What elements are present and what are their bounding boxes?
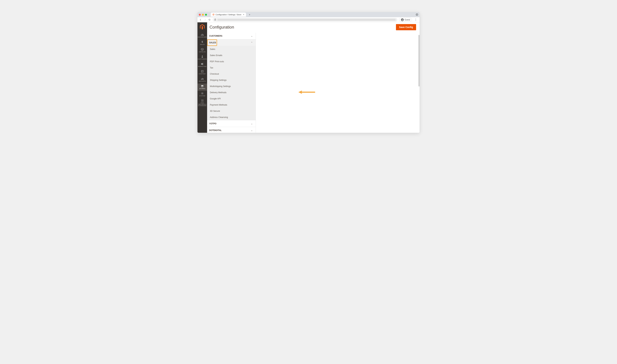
browser-tabbar: Configuration / Settings / Store × + ▾ bbox=[197, 12, 420, 17]
nav-label: CUSTOMERS bbox=[198, 58, 207, 60]
page-header: Configuration Save Config bbox=[207, 22, 420, 33]
gauge-icon bbox=[201, 33, 204, 36]
puzzle-icon bbox=[201, 99, 204, 102]
box-icon bbox=[201, 48, 204, 51]
section-sales-items: Sales Sales Emails PDF Print-outs Tax Ch… bbox=[207, 46, 256, 120]
nav-label: CONTENT bbox=[199, 73, 206, 75]
nav-marketing[interactable]: MARKETING bbox=[197, 61, 207, 69]
save-config-button[interactable]: Save Config bbox=[396, 24, 416, 30]
svg-point-10 bbox=[202, 93, 203, 94]
nav-dashboard[interactable]: DASHBOARD bbox=[197, 32, 207, 39]
svg-rect-6 bbox=[201, 79, 202, 80]
maximize-window-button[interactable] bbox=[205, 14, 207, 16]
bar-chart-icon bbox=[201, 77, 204, 80]
person-icon bbox=[201, 55, 203, 58]
annotation-arrow bbox=[298, 90, 315, 95]
browser-tab[interactable]: Configuration / Settings / Store × bbox=[211, 13, 246, 17]
gear-icon bbox=[201, 92, 204, 95]
window-controls bbox=[199, 14, 207, 16]
svg-rect-8 bbox=[203, 78, 204, 80]
nav-label: DASHBOARD bbox=[198, 37, 207, 38]
admin-app: DASHBOARD $ SALES CATALOG CUSTOMERS MARK… bbox=[197, 22, 420, 133]
nav-label: SYSTEM bbox=[199, 95, 205, 97]
profile-label: Guest bbox=[405, 19, 410, 21]
magento-logo[interactable] bbox=[200, 24, 205, 30]
chevron-down-icon: ⌄ bbox=[251, 35, 253, 37]
address-bar[interactable] bbox=[213, 18, 397, 22]
svg-rect-9 bbox=[201, 86, 203, 87]
config-main-pane bbox=[256, 33, 420, 133]
browser-window: Configuration / Settings / Store × + ▾ bbox=[197, 12, 420, 133]
config-body: CUSTOMERS ⌄ SALES ⌃ Sales Sales Emails P… bbox=[207, 33, 420, 133]
config-item-address-cleansing[interactable]: Address Cleansing bbox=[207, 114, 256, 120]
section-label: SALES bbox=[209, 41, 216, 44]
browser-menu-button[interactable]: ⋮ bbox=[414, 18, 418, 21]
nav-catalog[interactable]: CATALOG bbox=[197, 47, 207, 54]
browser-urlbar: Guest ⋮ bbox=[197, 17, 420, 22]
tab-title: Configuration / Settings / Store bbox=[216, 13, 241, 16]
section-customers[interactable]: CUSTOMERS ⌄ bbox=[207, 33, 256, 39]
admin-nav: DASHBOARD $ SALES CATALOG CUSTOMERS MARK… bbox=[197, 22, 207, 133]
new-tab-button[interactable]: + bbox=[248, 13, 251, 16]
url-blurred bbox=[218, 19, 396, 21]
close-tab-icon[interactable]: × bbox=[243, 13, 244, 16]
nav-label: CATALOG bbox=[199, 51, 206, 53]
avatar-icon bbox=[401, 18, 404, 21]
scrollbar-thumb[interactable] bbox=[419, 35, 420, 87]
nav-customers[interactable]: CUSTOMERS bbox=[197, 54, 207, 61]
config-item-shipping-settings[interactable]: Shipping Settings bbox=[207, 77, 256, 83]
section-dotdigital[interactable]: DOTDIGITAL ⌄ bbox=[207, 127, 256, 133]
magento-favicon bbox=[212, 13, 215, 16]
nav-system[interactable]: SYSTEM bbox=[197, 91, 207, 98]
store-icon bbox=[201, 85, 204, 88]
nav-content[interactable]: CONTENT bbox=[197, 69, 207, 76]
config-item-multishipping-settings[interactable]: Multishipping Settings bbox=[207, 83, 256, 90]
config-item-tax[interactable]: Tax bbox=[207, 65, 256, 71]
config-item-google-api[interactable]: Google API bbox=[207, 96, 256, 102]
nav-stores[interactable]: STORES bbox=[197, 84, 207, 91]
svg-rect-7 bbox=[202, 78, 203, 80]
reload-button[interactable] bbox=[208, 18, 211, 21]
megaphone-icon bbox=[201, 62, 204, 65]
layout-icon bbox=[201, 70, 204, 73]
nav-extensions[interactable]: FIND PARTNERS & EXTENSIONS bbox=[197, 98, 207, 108]
nav-label: SALES bbox=[200, 44, 205, 45]
chevron-down-icon: ⌄ bbox=[251, 129, 253, 131]
back-button[interactable] bbox=[199, 18, 202, 21]
config-item-checkout[interactable]: Checkout bbox=[207, 71, 256, 77]
config-item-3d-secure[interactable]: 3D Secure bbox=[207, 108, 256, 114]
chevron-up-icon: ⌃ bbox=[251, 42, 253, 44]
svg-point-11 bbox=[201, 100, 202, 100]
config-sidebar[interactable]: CUSTOMERS ⌄ SALES ⌃ Sales Sales Emails P… bbox=[207, 33, 256, 133]
minimize-window-button[interactable] bbox=[202, 14, 204, 16]
lock-icon bbox=[214, 19, 216, 21]
section-label: CUSTOMERS bbox=[209, 35, 222, 37]
section-sales[interactable]: SALES ⌃ bbox=[207, 39, 256, 46]
forward-button[interactable] bbox=[204, 18, 206, 21]
page-title: Configuration bbox=[209, 25, 234, 30]
chevron-down-icon: ⌄ bbox=[251, 123, 253, 125]
nav-label: STORES bbox=[199, 88, 205, 90]
section-label: YOTPO bbox=[209, 122, 216, 125]
svg-point-14 bbox=[203, 101, 203, 102]
config-item-sales-emails[interactable]: Sales Emails bbox=[207, 52, 256, 58]
tabs-dropdown-icon[interactable]: ▾ bbox=[416, 13, 418, 16]
svg-text:$: $ bbox=[202, 40, 203, 43]
svg-rect-3 bbox=[201, 70, 203, 72]
config-item-payment-methods[interactable]: Payment Methods bbox=[207, 102, 256, 108]
nav-label: REPORTS bbox=[199, 81, 206, 82]
svg-point-13 bbox=[201, 101, 202, 102]
nav-reports[interactable]: REPORTS bbox=[197, 76, 207, 84]
config-item-sales[interactable]: Sales bbox=[207, 46, 256, 52]
svg-point-0 bbox=[402, 19, 402, 20]
section-label: DOTDIGITAL bbox=[209, 129, 221, 131]
config-item-pdf-printouts[interactable]: PDF Print-outs bbox=[207, 58, 256, 65]
profile-chip[interactable]: Guest bbox=[399, 18, 412, 22]
nav-label: FIND PARTNERS & EXTENSIONS bbox=[197, 102, 207, 106]
close-window-button[interactable] bbox=[199, 14, 201, 16]
svg-point-12 bbox=[203, 100, 203, 100]
nav-label: MARKETING bbox=[198, 66, 206, 67]
nav-sales[interactable]: $ SALES bbox=[197, 39, 207, 47]
section-yotpo[interactable]: YOTPO ⌄ bbox=[207, 120, 256, 127]
config-item-delivery-methods[interactable]: Delivery Methods bbox=[207, 90, 256, 96]
